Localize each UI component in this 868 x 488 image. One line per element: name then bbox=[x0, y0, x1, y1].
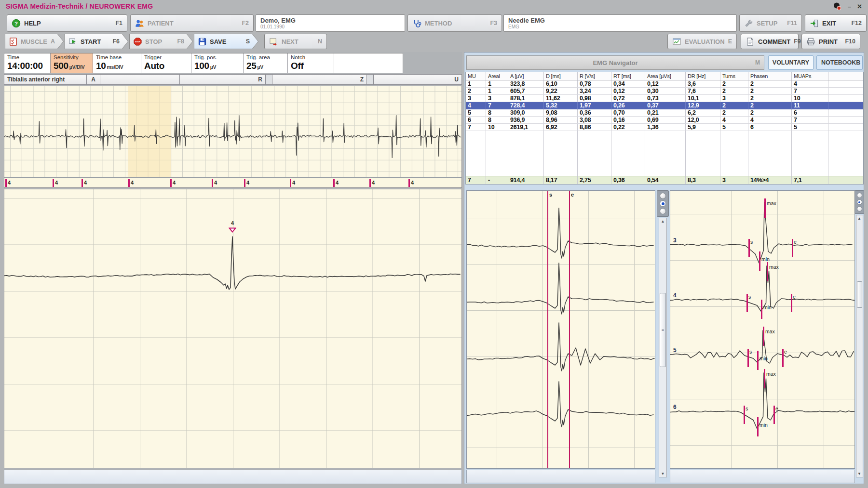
muap-zoom-panel[interactable]: s e bbox=[466, 190, 655, 469]
channel-key-u[interactable]: U bbox=[374, 74, 462, 85]
scroll-up-icon[interactable]: ▲ bbox=[856, 215, 863, 222]
table-row[interactable]: 11323,86,100,780,340,123,6224 bbox=[466, 80, 863, 88]
muap-scrollbar[interactable]: ▲ ≡ ▼ bbox=[657, 190, 669, 477]
measure-tick[interactable] bbox=[757, 417, 759, 436]
mode-radio-bottom[interactable] bbox=[660, 208, 666, 214]
measure-tick[interactable] bbox=[763, 327, 764, 346]
table-row[interactable]: 33878,111,620,980,720,7310,13210 bbox=[466, 95, 863, 102]
mode-radio-top[interactable] bbox=[660, 193, 666, 199]
sweep-segment-tick[interactable] bbox=[212, 179, 213, 187]
channel-name[interactable]: Tibialis anterior right bbox=[4, 74, 87, 85]
method-button[interactable]: METHOD F3 bbox=[407, 14, 502, 32]
scroll-down-icon[interactable]: ▼ bbox=[659, 471, 666, 477]
column-header-rvs[interactable]: R [V/s] bbox=[578, 72, 611, 80]
mode-radio-selected[interactable] bbox=[857, 199, 862, 205]
table-row[interactable]: 58309,09,080,360,700,216,2226 bbox=[466, 109, 863, 117]
setup-button[interactable]: SETUP F11 bbox=[739, 14, 802, 32]
cursor-end-line[interactable] bbox=[569, 191, 570, 468]
sweep-segment-tick[interactable] bbox=[170, 179, 172, 187]
measure-tick[interactable] bbox=[746, 294, 748, 312]
column-header-mu[interactable]: MU bbox=[466, 72, 486, 80]
column-header-phasen[interactable]: Phasen bbox=[748, 72, 792, 80]
measure-tick[interactable] bbox=[761, 300, 762, 319]
method-info-box[interactable]: Needle EMG EMG bbox=[503, 14, 737, 32]
channel-segment[interactable] bbox=[100, 74, 180, 85]
help-button[interactable]: ? HELP F1 bbox=[7, 14, 127, 32]
sweep-segment-tick[interactable] bbox=[408, 179, 410, 187]
save-button[interactable]: SAVE S bbox=[194, 34, 258, 49]
notebook-button[interactable]: NOTEBOOK B bbox=[816, 55, 863, 70]
sweep-segment-tick[interactable] bbox=[369, 179, 371, 187]
minimize-button[interactable]: – bbox=[848, 3, 851, 10]
cursor-start-line[interactable] bbox=[547, 191, 548, 468]
trigger-area-field[interactable]: Trig. area 25µV bbox=[244, 53, 288, 73]
column-header-av[interactable]: A [µV] bbox=[508, 72, 544, 80]
scrollbar-track[interactable]: ▲ ▼ bbox=[856, 215, 863, 477]
measure-tick[interactable] bbox=[791, 294, 792, 312]
column-header-areavs[interactable]: Area [µVs] bbox=[645, 72, 686, 80]
next-button[interactable]: NEXT N bbox=[264, 34, 327, 49]
trigger-position-field[interactable]: Trig. pos. 100µV bbox=[191, 53, 244, 73]
column-header-drhz[interactable]: DR [Hz] bbox=[686, 72, 720, 80]
mu-marker[interactable]: 4 bbox=[228, 220, 237, 235]
voluntary-button[interactable]: VOLUNTARY bbox=[768, 55, 814, 70]
muscle-button[interactable]: MUSCLE A bbox=[5, 34, 64, 49]
sweep-segment-tick[interactable] bbox=[5, 179, 7, 187]
mode-radio-top[interactable] bbox=[857, 193, 862, 198]
column-header-rtms[interactable]: RT [ms] bbox=[611, 72, 645, 80]
scrollbar-thumb[interactable]: ≡ bbox=[660, 293, 666, 367]
measure-tick[interactable] bbox=[782, 349, 784, 367]
muap-overview-panel[interactable]: 3semaxmin4semaxmin5semaxmin6semaxmin bbox=[670, 190, 855, 469]
sweep-segment-tick[interactable] bbox=[333, 179, 335, 187]
timebase-field[interactable]: Time base 10ms/DIV bbox=[93, 53, 141, 73]
column-header-muaps[interactable]: MUAPs bbox=[792, 72, 828, 80]
start-button[interactable]: START F6 bbox=[65, 34, 128, 49]
close-button[interactable]: ✕ bbox=[857, 3, 862, 10]
table-row[interactable]: 68936,98,963,080,160,6912,0447 bbox=[466, 117, 863, 124]
table-row[interactable]: 21605,79,223,240,120,307,6227 bbox=[466, 88, 863, 95]
measure-tick[interactable] bbox=[747, 349, 749, 367]
sweep-segment-tick[interactable] bbox=[244, 179, 245, 187]
measure-tick[interactable] bbox=[792, 239, 793, 257]
channel-key-z[interactable]: Z bbox=[272, 74, 367, 85]
mode-radio-bottom[interactable] bbox=[857, 206, 862, 211]
scrollbar-track[interactable]: ▲ ≡ ▼ bbox=[659, 218, 667, 477]
emg-navigator-header[interactable]: EMG Navigator M bbox=[466, 55, 764, 70]
stop-button[interactable]: STOP STOP F8 bbox=[129, 34, 193, 49]
column-header-areal[interactable]: Areal bbox=[486, 72, 508, 80]
exit-button[interactable]: EXIT F12 bbox=[805, 14, 867, 32]
scrollbar-thumb[interactable] bbox=[857, 281, 862, 308]
sensitivity-field[interactable]: Sensitivity 500µV/DIV bbox=[51, 53, 93, 73]
column-header-dms[interactable]: D [ms] bbox=[544, 72, 578, 80]
muap-trigger-display[interactable]: 4 bbox=[4, 189, 462, 468]
sweep-segment-tick[interactable] bbox=[290, 179, 291, 187]
table-row[interactable]: 7102619,16,928,860,221,365,9565 bbox=[466, 124, 863, 131]
measure-tick[interactable] bbox=[759, 251, 760, 271]
measure-tick[interactable] bbox=[773, 406, 775, 424]
print-button[interactable]: PRINT F10 bbox=[801, 34, 860, 49]
column-header-turns[interactable]: Turns bbox=[720, 72, 748, 80]
sweep-segment-tick[interactable] bbox=[81, 179, 83, 187]
scroll-down-icon[interactable]: ▼ bbox=[856, 471, 863, 477]
measure-tick[interactable] bbox=[764, 198, 766, 218]
measure-tick[interactable] bbox=[767, 262, 768, 281]
sweep-segment-tick[interactable] bbox=[128, 179, 130, 187]
display-mode-buttons[interactable] bbox=[657, 190, 669, 217]
trigger-field[interactable]: Trigger Auto bbox=[141, 53, 191, 73]
overview-scrollbar[interactable]: ▲ ▼ bbox=[854, 190, 864, 477]
measure-tick[interactable] bbox=[748, 239, 750, 257]
measure-tick[interactable] bbox=[744, 406, 745, 424]
patient-button[interactable]: PATIENT F2 bbox=[130, 14, 254, 32]
channel-key-r[interactable]: R bbox=[180, 74, 266, 85]
scroll-up-icon[interactable]: ▲ bbox=[659, 218, 666, 224]
patient-info-box[interactable]: Demo, EMG 01.01.1990 bbox=[256, 14, 405, 32]
sweep-segment-tick[interactable] bbox=[53, 179, 54, 187]
notch-field[interactable]: Notch Off bbox=[288, 53, 334, 73]
table-row[interactable]: 47728,45,321,970,260,3712,92211 bbox=[466, 102, 863, 109]
evaluation-button[interactable]: EVALUATION E bbox=[667, 34, 737, 49]
sweep-marker-row[interactable]: 44444444444 bbox=[4, 177, 462, 188]
display-mode-buttons[interactable] bbox=[854, 190, 864, 214]
live-emg-strip[interactable] bbox=[4, 86, 462, 177]
mode-radio-selected[interactable] bbox=[660, 200, 666, 207]
channel-key-a[interactable]: A bbox=[87, 74, 100, 85]
